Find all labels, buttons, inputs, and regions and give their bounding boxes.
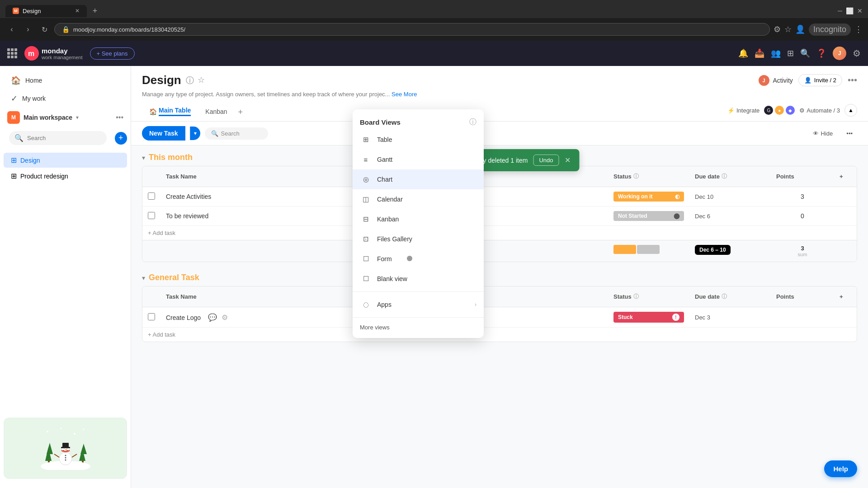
inbox-icon[interactable]: 📥: [755, 48, 764, 58]
board-more-button[interactable]: •••: [848, 75, 857, 85]
checkbox-2[interactable]: [148, 212, 155, 219]
browser-close-button[interactable]: ✕: [857, 7, 863, 14]
gen-status-cell-1[interactable]: Stuck !: [608, 307, 689, 327]
chat-icon[interactable]: 💬: [208, 314, 217, 321]
sidebar-item-my-work[interactable]: ✓ My work: [4, 90, 127, 107]
profile-icon[interactable]: 👤: [795, 24, 805, 34]
sidebar-search-bar[interactable]: 🔍: [9, 131, 107, 145]
user-avatar[interactable]: J: [833, 47, 846, 60]
row-actions-2[interactable]: [834, 211, 857, 221]
due-date-info-icon: ⓘ: [722, 173, 727, 180]
sidebar-item-home[interactable]: 🏠 Home: [4, 72, 127, 89]
dropdown-info-icon[interactable]: ⓘ: [469, 117, 476, 127]
general-table-header-row: Task Name Status ⓘ Due date ⓘ Points +: [142, 286, 857, 307]
more-views-link[interactable]: More views: [353, 320, 484, 334]
header-due-date: Due date ⓘ: [689, 170, 771, 183]
dropdown-item-kanban[interactable]: ⊟ Kanban: [353, 209, 484, 229]
gen-header-checkbox: [142, 290, 160, 303]
add-task-row[interactable]: + Add task: [142, 226, 857, 240]
search-bar-icon: 🔍: [14, 134, 24, 142]
help-icon[interactable]: ❓: [816, 48, 826, 58]
gen-row-actions-1[interactable]: [834, 313, 857, 322]
orange-bar: [613, 245, 636, 254]
dropdown-item-form[interactable]: ☐ Form: [353, 249, 484, 269]
sidebar-item-product-redesign[interactable]: ⊞ Product redesign: [4, 169, 127, 183]
gen-add-task-row[interactable]: + Add task: [142, 328, 857, 342]
workspace-header[interactable]: M Main workspace ▾ •••: [0, 108, 131, 127]
dropdown-item-chart[interactable]: ◎ Chart: [353, 169, 484, 189]
favorite-icon[interactable]: ☆: [198, 75, 205, 86]
group-general-task: ▾ General Task Task Name Status ⓘ: [142, 273, 857, 342]
settings-row-icon[interactable]: ⚙: [222, 314, 228, 321]
dropdown-item-gantt[interactable]: ≡ Gantt: [353, 150, 484, 169]
search-icon[interactable]: 🔍: [800, 48, 810, 58]
integration-icon-2: ●: [775, 106, 784, 115]
add-tab-button[interactable]: +: [235, 104, 247, 121]
integrate-button[interactable]: ⚡ Integrate: [727, 107, 760, 114]
dropdown-item-blank-view[interactable]: ☐ Blank view: [353, 269, 484, 289]
sidebar-item-design[interactable]: ⊞ Design: [4, 153, 127, 168]
row-checkbox-2[interactable]: [142, 207, 160, 225]
dropdown-item-table[interactable]: ⊞ Table: [353, 130, 484, 150]
dropdown-item-calendar[interactable]: ◫ Calendar: [353, 189, 484, 209]
group-chevron-icon[interactable]: ▾: [142, 154, 145, 161]
see-plans-button[interactable]: + See plans: [90, 47, 135, 60]
gen-row-checkbox-1[interactable]: [142, 309, 160, 326]
see-more-link[interactable]: See More: [392, 91, 417, 98]
undo-button[interactable]: Undo: [533, 155, 559, 166]
dropdown-item-files-gallery[interactable]: ⊡ Files Gallery: [353, 229, 484, 249]
collapse-button[interactable]: ▲: [844, 104, 857, 117]
row-checkbox-1[interactable]: [142, 188, 160, 206]
forward-button[interactable]: ›: [22, 23, 34, 36]
header-add-col[interactable]: +: [834, 170, 857, 183]
active-tab[interactable]: M Design ✕: [5, 5, 87, 17]
tab-main-table[interactable]: 🏠 Main Table: [142, 103, 198, 121]
row-actions-1[interactable]: [834, 192, 857, 201]
browser-minimize-button[interactable]: ─: [838, 7, 842, 14]
star-icon[interactable]: ☆: [784, 24, 792, 34]
address-bar[interactable]: 🔒 moodjoy.monday.com/boards/1830420525/: [54, 23, 770, 36]
apps-icon[interactable]: ⊞: [787, 48, 794, 58]
snowman-decoration: [4, 418, 127, 479]
tab-kanban[interactable]: Kanban: [198, 104, 234, 120]
info-icon[interactable]: ⓘ: [186, 75, 194, 86]
automate-button[interactable]: ⚙ Automate / 3: [799, 107, 840, 114]
dropdown-item-apps[interactable]: ◌ Apps ›: [353, 295, 484, 314]
help-button[interactable]: Help: [824, 460, 857, 477]
activity-button[interactable]: J Activity: [761, 74, 793, 87]
board-header: Design ⓘ ☆ J Activity 👤: [131, 66, 868, 122]
checkbox-1[interactable]: [148, 192, 155, 200]
sum-empty-1: [142, 243, 160, 259]
tab-close-button[interactable]: ✕: [75, 8, 80, 14]
board-header-right: J Activity 👤 Invite / 2 •••: [761, 74, 858, 87]
settings-icon[interactable]: ⚙: [853, 48, 861, 59]
group-general-chevron[interactable]: ▾: [142, 274, 145, 282]
search-input[interactable]: [27, 135, 101, 141]
board-tabs: 🏠 Main Table Kanban + ⚡ Integrate G: [142, 103, 857, 121]
sidebar-add-button[interactable]: +: [115, 132, 127, 145]
reload-button[interactable]: ↻: [38, 23, 51, 36]
hide-button[interactable]: 👁 Hide: [808, 127, 838, 140]
workspace-more-icon[interactable]: •••: [116, 113, 123, 122]
more-actions-button[interactable]: •••: [842, 127, 857, 140]
points-2: 0: [771, 208, 834, 224]
menu-icon[interactable]: ⋮: [854, 24, 863, 34]
people-icon[interactable]: 👥: [771, 48, 781, 58]
group-title-this-month: This month: [149, 153, 193, 162]
apps-grid-button[interactable]: [7, 48, 17, 58]
search-bar[interactable]: 🔍 Search: [205, 127, 268, 140]
status-cell-1[interactable]: Working on it ◐: [608, 187, 689, 206]
status-cell-2[interactable]: Not Started ⬤: [608, 206, 689, 225]
new-task-button[interactable]: New Task: [142, 126, 185, 141]
new-task-dropdown-button[interactable]: ▾: [190, 127, 200, 140]
new-tab-button[interactable]: +: [89, 5, 101, 17]
extensions-icon[interactable]: ⚙: [774, 24, 781, 34]
browser-maximize-button[interactable]: ⬜: [846, 7, 854, 14]
gen-header-add-col[interactable]: +: [834, 290, 857, 303]
invite-button[interactable]: 👤 Invite / 2: [798, 74, 842, 86]
back-button[interactable]: ‹: [5, 23, 18, 36]
grid-dot: [7, 56, 10, 58]
bell-icon[interactable]: 🔔: [738, 48, 748, 58]
toast-close-button[interactable]: ✕: [565, 156, 571, 164]
gen-checkbox-1[interactable]: [148, 313, 155, 320]
